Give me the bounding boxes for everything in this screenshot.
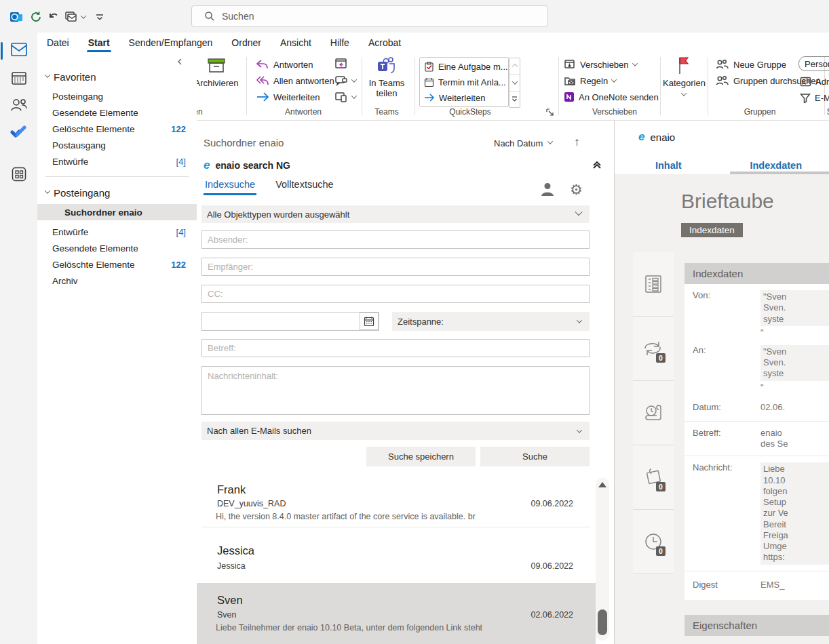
- folder-geloeschte-fav[interactable]: Gelöschte Elemente122: [37, 121, 197, 137]
- tab-ansicht[interactable]: Ansicht: [271, 33, 321, 53]
- im-reply-button[interactable]: [334, 73, 356, 88]
- field-betreff-value: enaio des Se: [760, 428, 788, 450]
- mail-scope-dropdown[interactable]: Nach allen E-Mails suchen: [201, 422, 590, 440]
- deadlines-rail-tab[interactable]: 0: [633, 510, 674, 574]
- cc-input[interactable]: CC:: [201, 285, 590, 303]
- message-content-input[interactable]: Nachrichteninhalt:: [201, 366, 590, 415]
- customize-toolbar-icon[interactable]: [92, 9, 107, 24]
- quicksteps-gallery: Eine Aufgabe m... Termin mit Anla... Wei…: [419, 57, 509, 107]
- categories-chevron: [681, 90, 687, 96]
- forward-button[interactable]: Weiterleiten: [256, 89, 320, 104]
- scroll-up-arrow[interactable]: [598, 482, 606, 487]
- tab-datei[interactable]: Datei: [37, 33, 79, 53]
- workflow-count-badge: 0: [656, 353, 666, 363]
- address-book-button[interactable]: Adressbuch: [800, 74, 829, 89]
- undo-icon[interactable]: [46, 9, 61, 24]
- people-search-input[interactable]: Personen suchen: [798, 56, 829, 71]
- tab-hilfe[interactable]: Hilfe: [321, 33, 359, 53]
- quickstep-weiterleiten-item[interactable]: Weiterleiten: [420, 90, 508, 106]
- email-row-frank[interactable]: Frank DEV_yuuvis_RAD 09.06.2022 Hi, the …: [197, 477, 596, 526]
- archive-icon: [192, 56, 241, 76]
- user-profile-icon[interactable]: [539, 182, 556, 197]
- quicksteps-scroll-down[interactable]: [509, 75, 520, 91]
- more-apps-icon[interactable]: [0, 163, 37, 186]
- field-von-value: "Sven Sven. syste: [760, 290, 829, 326]
- object-types-dropdown[interactable]: Alle Objekttypen wurden ausgewählt: [201, 205, 590, 223]
- unread-count: 122: [171, 124, 186, 134]
- flag-icon: [663, 56, 705, 76]
- people-nav-icon[interactable]: [0, 94, 37, 117]
- tab-start[interactable]: Start: [79, 33, 119, 53]
- todo-nav-icon[interactable]: [0, 121, 37, 144]
- categories-button[interactable]: Kategorien: [663, 56, 705, 98]
- folder-gesendete-fav[interactable]: Gesendete Elemente: [37, 104, 197, 121]
- folder-entwuerfe[interactable]: Entwürfe[4]: [37, 224, 197, 240]
- quicksteps-gallery-more[interactable]: [509, 92, 520, 107]
- onenote-button[interactable]: An OneNote senden: [564, 89, 659, 104]
- share-to-teams-button[interactable]: In Teams teilen: [366, 56, 408, 98]
- history-rail-tab[interactable]: [633, 381, 674, 445]
- reply-all-button[interactable]: Allen antworten: [256, 73, 334, 88]
- indexdata-rail-tab[interactable]: [633, 252, 674, 317]
- workflow-rail-tab[interactable]: 0: [633, 317, 674, 381]
- folder-archiv[interactable]: Archiv: [37, 273, 197, 289]
- folder-posteingang-fav[interactable]: Posteingang: [37, 88, 197, 104]
- scroll-thumb[interactable]: [598, 609, 607, 635]
- send-receive-dropdown-chevron[interactable]: [81, 13, 86, 18]
- folder-suchordner-enaio[interactable]: Suchordner enaio: [37, 204, 197, 220]
- tab-indexsuche[interactable]: Indexsuche: [204, 175, 256, 195]
- sender-input[interactable]: Absender:: [201, 230, 590, 249]
- date-input[interactable]: [201, 312, 379, 331]
- folder-postausgang-fav[interactable]: Postausgang: [37, 137, 197, 153]
- send-receive-folders-icon[interactable]: [64, 9, 79, 24]
- app-rail: [0, 33, 37, 644]
- tab-senden-empfangen[interactable]: Senden/Empfangen: [119, 33, 223, 53]
- date-picker-button[interactable]: [360, 313, 379, 330]
- inbox-collapse-chevron: [45, 188, 50, 193]
- quicksteps-dialog-launcher[interactable]: [546, 108, 554, 116]
- tab-ordner[interactable]: Ordner: [222, 33, 271, 53]
- archive-button[interactable]: Archivieren: [192, 56, 241, 88]
- rules-button[interactable]: Regeln: [564, 73, 616, 88]
- email-row-sven[interactable]: Sven Sven 02.06.2022 Liebe Teilnehmer de…: [197, 583, 596, 644]
- sort-direction-icon[interactable]: ↑: [574, 136, 580, 149]
- timespan-chevron: [577, 317, 582, 323]
- filter-email-button[interactable]: E-Mail filtern: [800, 90, 829, 105]
- group-label-quicksteps: QuickSteps: [419, 107, 521, 117]
- notes-rail-tab[interactable]: 0: [633, 445, 674, 510]
- email-list-scrollbar[interactable]: [596, 478, 609, 641]
- quickstep-task-item[interactable]: Eine Aufgabe m...: [420, 59, 508, 75]
- email-row-jessica[interactable]: Jessica Jessica 09.06.2022: [197, 527, 596, 582]
- new-group-button[interactable]: Neue Gruppe: [716, 57, 786, 72]
- save-search-button[interactable]: Suche speichern: [366, 447, 476, 466]
- folder-entwuerfe-fav[interactable]: Entwürfe[4]: [37, 153, 197, 169]
- folder-geloeschte[interactable]: Gelöschte Elemente122: [37, 256, 197, 273]
- timespan-dropdown[interactable]: Zeitspanne:: [392, 312, 590, 331]
- quickstep-termin-item[interactable]: Termin mit Anla...: [420, 75, 508, 90]
- folder-gesendete[interactable]: Gesendete Elemente: [37, 240, 197, 256]
- tab-volltextsuche[interactable]: Volltextsuche: [274, 175, 334, 195]
- mail-nav-icon[interactable]: [0, 38, 37, 61]
- send-receive-refresh-icon[interactable]: [28, 9, 43, 24]
- settings-gear-icon[interactable]: ⚙: [570, 182, 583, 198]
- search-button[interactable]: Suche: [480, 447, 590, 466]
- calendar-nav-icon[interactable]: [0, 66, 37, 89]
- meeting-reply-button[interactable]: [334, 57, 348, 69]
- addin-collapse-icon[interactable]: [592, 160, 602, 169]
- group-label-verschieben: Verschieben: [564, 107, 666, 117]
- deadlines-count-badge: 0: [656, 546, 666, 556]
- more-respond-button[interactable]: [334, 89, 356, 104]
- tab-acrobat[interactable]: Acrobat: [359, 33, 410, 53]
- inbox-section-header[interactable]: Posteingang: [37, 184, 197, 201]
- group-label-gruppen: Gruppen: [716, 107, 804, 117]
- search-input[interactable]: Suchen: [191, 5, 548, 27]
- outlook-logo-icon: [9, 9, 24, 24]
- reply-button[interactable]: Antworten: [256, 57, 313, 72]
- favorites-section-header[interactable]: Favoriten: [37, 68, 197, 85]
- sort-dropdown[interactable]: Nach Datum: [494, 138, 552, 148]
- collapse-folder-pane-icon[interactable]: [176, 58, 183, 65]
- recipient-input[interactable]: Empfänger:: [201, 258, 590, 276]
- quicksteps-scroll-up[interactable]: [509, 58, 520, 75]
- subject-input[interactable]: Betreff:: [201, 339, 590, 357]
- move-button[interactable]: Verschieben: [564, 57, 637, 72]
